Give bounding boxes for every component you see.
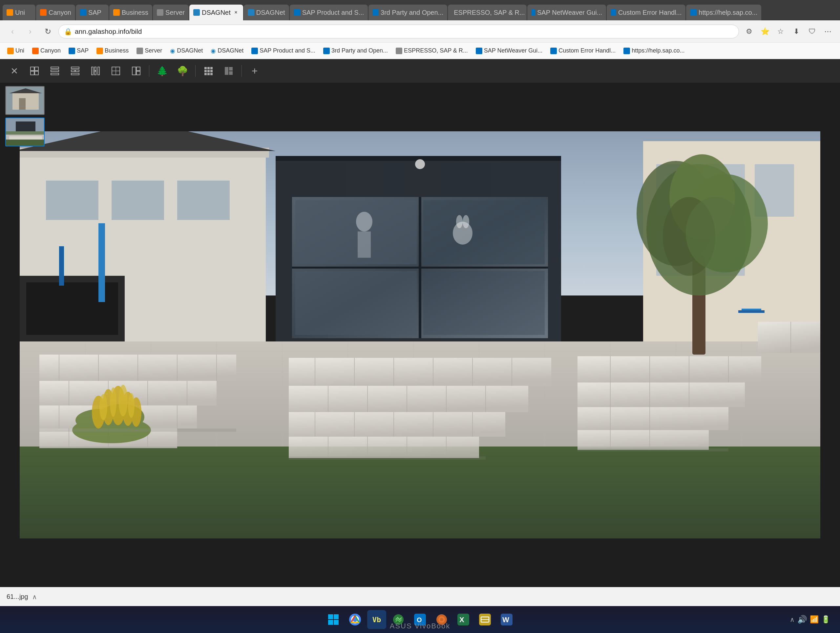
bookmark-label-canyon: Canyon: [40, 47, 61, 54]
bookmark-uni[interactable]: Uni: [4, 46, 28, 56]
forward-button[interactable]: ›: [23, 24, 38, 39]
layout-5-button[interactable]: [107, 62, 125, 80]
svg-rect-142: [289, 437, 479, 458]
bookmark-label-helpsap: https://help.sap.co...: [632, 47, 684, 54]
svg-rect-5: [51, 70, 59, 71]
download-button[interactable]: ⬇: [789, 25, 803, 38]
start-button[interactable]: [324, 610, 343, 629]
excel-button[interactable]: X: [454, 610, 473, 629]
thumb-1-image: [6, 87, 45, 115]
svg-rect-30: [225, 67, 228, 75]
bookmark-server[interactable]: Server: [133, 46, 165, 56]
svg-rect-0: [30, 67, 34, 71]
thumbnail-2[interactable]: [5, 117, 45, 146]
bookmark-favicon-helpsap: [624, 47, 630, 54]
bookmark-favicon-sap: [69, 47, 75, 54]
tab-favicon-business: [113, 9, 120, 16]
word-button[interactable]: W: [497, 610, 516, 629]
close-panel-button[interactable]: ✕: [5, 62, 23, 80]
svg-rect-49: [177, 180, 230, 220]
tab-uni[interactable]: Uni: [3, 5, 35, 21]
bookmark-canyon[interactable]: Canyon: [29, 46, 64, 56]
tab-customerror[interactable]: Custom Error Handl...: [607, 5, 685, 21]
speaker-icon[interactable]: 🔊: [797, 615, 807, 624]
tree-button[interactable]: 🌲: [153, 62, 171, 80]
tab-sapnetweaver[interactable]: SAP NetWeaver Gui...: [527, 5, 606, 21]
bookmark-favicon-espresso: [396, 47, 402, 54]
layout-1-icon: [30, 66, 39, 76]
network-icon[interactable]: 📶: [810, 615, 819, 624]
address-bar[interactable]: 🔒 ann.galashop.info/bild: [58, 25, 739, 38]
svg-point-72: [463, 215, 469, 228]
layout-1-button[interactable]: [25, 62, 43, 80]
star-button[interactable]: ☆: [774, 25, 788, 38]
menu-button[interactable]: ⋯: [821, 25, 835, 38]
vbe-button[interactable]: Vb: [367, 610, 386, 629]
svg-text:X: X: [459, 616, 464, 624]
plant-button[interactable]: 🌳: [174, 62, 191, 80]
extensions-button[interactable]: ⚙: [742, 25, 756, 38]
tab-dsagnet1[interactable]: DSAGNet ×: [189, 5, 243, 21]
layout-6-icon: [131, 66, 141, 76]
bookmark-favicon-sap-product: [251, 47, 258, 54]
thumbnail-1[interactable]: [5, 86, 45, 115]
app8-button[interactable]: [475, 610, 494, 629]
bookmark-sap[interactable]: SAP: [65, 46, 92, 56]
layout-2-button[interactable]: [46, 62, 64, 80]
svg-rect-19: [136, 67, 140, 71]
bookmark-3rdparty[interactable]: 3rd Party and Open...: [320, 46, 391, 56]
tab-canyon[interactable]: Canyon: [36, 5, 75, 21]
svg-point-200: [440, 618, 443, 621]
svg-rect-3: [35, 71, 38, 75]
grid-icon-2: [224, 66, 233, 76]
bookmark-helpsap[interactable]: https://help.sap.co...: [620, 46, 688, 56]
svg-rect-25: [207, 70, 210, 72]
tab-helpsap[interactable]: https://help.sap.co...: [686, 5, 761, 21]
bookmark-sapnetweaver[interactable]: SAP NetWeaver Gui...: [472, 46, 546, 56]
bookmark-favicon-sapnetweaver: [476, 47, 482, 54]
tab-sap[interactable]: SAP: [76, 5, 109, 21]
bookmark-sap-product[interactable]: SAP Product and S...: [248, 46, 319, 56]
grid-layout-1[interactable]: [199, 62, 217, 80]
bookmark-favicon-customerror: [550, 47, 557, 54]
layout-3-button[interactable]: [66, 62, 84, 80]
svg-text:W: W: [502, 616, 509, 624]
svg-rect-13: [98, 67, 99, 75]
tab-favicon-sapnetweaver: [531, 9, 535, 16]
layout-6-button[interactable]: [127, 62, 145, 80]
grid-layout-2[interactable]: [220, 62, 238, 80]
layout-4-button[interactable]: [87, 62, 104, 80]
svg-point-173: [128, 393, 134, 418]
svg-rect-31: [229, 67, 233, 71]
tab-favicon-canyon: [40, 9, 47, 16]
tab-business[interactable]: Business: [109, 5, 152, 21]
bookmark-dsagnet2[interactable]: ◉ DSAGNet: [207, 46, 247, 56]
bookmark-favicon-business: [96, 47, 103, 54]
tab-close-dsagnet1[interactable]: ×: [233, 9, 239, 16]
svg-rect-181: [758, 322, 820, 353]
svg-rect-10: [71, 73, 79, 75]
battery-icon[interactable]: 🔋: [821, 615, 830, 624]
svg-rect-69: [358, 231, 371, 258]
bookmark-dsagnet1[interactable]: ◉ DSAGNet: [167, 46, 206, 56]
svg-rect-67: [423, 271, 545, 335]
tab-espresso[interactable]: ESPRESSO, SAP & R...: [448, 5, 527, 21]
add-button[interactable]: +: [246, 62, 264, 80]
chrome-taskbar-button[interactable]: [346, 610, 365, 629]
refresh-button[interactable]: ↻: [41, 24, 55, 39]
svg-point-171: [110, 388, 117, 417]
tab-3rdparty[interactable]: 3rd Party and Open...: [368, 5, 447, 21]
bookmark-espresso[interactable]: ESPRESSO, SAP & R...: [392, 46, 471, 56]
profile-button[interactable]: ⭐: [758, 25, 772, 38]
bookmark-label-dsagnet2: DSAGNet: [218, 47, 243, 54]
bookmark-business[interactable]: Business: [93, 46, 132, 56]
tab-sap-product[interactable]: SAP Product and S...: [290, 5, 368, 21]
tab-server[interactable]: Server: [153, 5, 189, 21]
shield-button[interactable]: 🛡: [805, 25, 819, 38]
chevron-icon[interactable]: ∧: [32, 593, 37, 601]
tab-favicon-dsagnet1: [193, 9, 200, 16]
tab-dsagnet2[interactable]: DSAGNet: [244, 5, 289, 21]
back-button[interactable]: ‹: [5, 24, 20, 39]
svg-rect-94: [20, 446, 820, 538]
bookmark-customerror[interactable]: Custom Error Handl...: [547, 46, 619, 56]
